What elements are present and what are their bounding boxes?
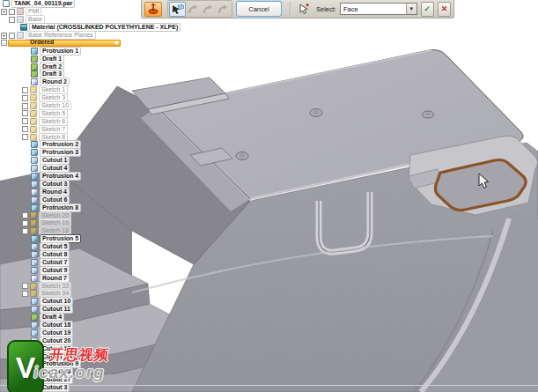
cutout-icon <box>31 196 38 203</box>
tree-item-cutout-15[interactable]: Cutout 15 <box>0 344 203 352</box>
tree-item-cutout-9[interactable]: Cutout 9 <box>0 266 203 274</box>
tree-item-protrusion-2[interactable]: Protrusion 2 <box>0 141 203 149</box>
tree-item-cutout-20[interactable]: Cutout 20 <box>0 337 203 344</box>
tree-item-protrusion-3[interactable]: Protrusion 3 <box>0 149 203 157</box>
cancel-button[interactable]: Cancel <box>236 1 283 17</box>
checkbox-box <box>9 17 15 23</box>
tree-item-protrusion-9[interactable]: Protrusion 9 <box>0 360 203 368</box>
checkbox-box <box>22 95 28 101</box>
tree-item-draft-4[interactable]: Draft 4 <box>0 314 203 322</box>
protrusion-icon <box>31 48 38 55</box>
visibility-checkbox[interactable] <box>21 283 29 289</box>
draft-icon <box>31 63 38 70</box>
visibility-checkbox[interactable] <box>21 103 29 109</box>
tree-item-cutout-19[interactable]: Cutout 19 <box>0 329 203 337</box>
visibility-checkbox[interactable] <box>21 110 29 116</box>
tree-item-round-2[interactable]: Round 2 <box>0 78 203 86</box>
visibility-checkbox[interactable] <box>21 95 29 101</box>
protrusion-icon <box>31 235 38 242</box>
visibility-checkbox[interactable] <box>21 212 29 218</box>
pointer-icon <box>297 3 310 15</box>
chevron-down-icon[interactable]: ▼ <box>406 4 416 14</box>
tree-item-cutout-18[interactable]: Cutout 18 <box>0 322 203 329</box>
tree-item-sketch-7[interactable]: Sketch 7 <box>0 125 203 133</box>
cutout-icon <box>31 251 38 258</box>
sketch-icon <box>30 290 37 297</box>
pathfinder-panel: TANK_04_00119.par+PMIBaseMaterial (CROSS… <box>0 0 203 392</box>
tree-item-draft-2[interactable]: Draft 2 <box>0 63 203 70</box>
tree-item-round-4[interactable]: Round 4 <box>0 188 203 196</box>
protrusion-icon <box>31 149 38 156</box>
select-type-dropdown[interactable]: Face ▼ <box>340 3 417 15</box>
tree-item-draft-1[interactable]: Draft 1 <box>0 55 203 63</box>
visibility-checkbox[interactable] <box>21 291 29 297</box>
tree-item-cutout-26[interactable]: Cutout 26 <box>0 368 203 376</box>
cutout-icon <box>31 368 38 375</box>
tree-item-cutout-3[interactable]: Cutout 3 <box>0 384 203 392</box>
tree-item-protrusion-8[interactable]: Protrusion 8 <box>0 203 203 211</box>
tree-item-sketch-10[interactable]: Sketch 10 <box>0 102 203 110</box>
tree-item-sketch-3[interactable]: Sketch 3 <box>0 94 203 102</box>
expand-toggle[interactable]: + <box>0 9 8 15</box>
tree-item-sketch-20[interactable]: Sketch 20 <box>0 211 203 219</box>
refplanes-icon <box>17 32 24 39</box>
tree-item-cutout-10[interactable]: Cutout 10 <box>0 298 203 306</box>
tree-item-base-reference-planes[interactable]: +Base Reference Planes <box>0 32 203 40</box>
smart-select-button[interactable] <box>295 2 311 17</box>
cutout-icon <box>31 306 38 313</box>
draft-icon <box>31 70 38 78</box>
round-icon <box>31 275 38 282</box>
cutout-icon <box>31 259 38 266</box>
sketch-icon <box>30 227 37 234</box>
expand-toggle[interactable]: - <box>0 40 8 46</box>
redo-step-button[interactable] <box>201 3 216 16</box>
tree-item-cutout-5[interactable]: Cutout 5 <box>0 243 203 251</box>
tree-item-draft-3[interactable]: Draft 3 <box>0 70 203 78</box>
repeat-step-button[interactable] <box>216 3 231 16</box>
tree-item-sketch-18[interactable]: Sketch 18 <box>0 227 203 235</box>
close-button[interactable]: ✕ <box>438 2 451 17</box>
tree-item-cutout-8[interactable]: Cutout 8 <box>0 251 203 259</box>
tree-item-sketch-8[interactable]: Sketch 8 <box>0 133 203 141</box>
tree-item-label: Cutout 3 <box>40 383 70 392</box>
tree-item-protrusion-5[interactable]: Protrusion 5 <box>0 235 203 243</box>
tree-item-cutout-4[interactable]: Cutout 4 <box>0 165 203 173</box>
tree-item-ordered[interactable]: -Ordered◀ <box>0 39 203 47</box>
tree-item-cutout-6[interactable]: Cutout 6 <box>0 196 203 203</box>
tree-item-cutout-24[interactable]: Cutout 24 <box>0 352 203 360</box>
tree-item-round-7[interactable]: Round 7 <box>0 274 203 282</box>
visibility-checkbox[interactable] <box>21 126 29 132</box>
visibility-checkbox[interactable] <box>21 118 29 124</box>
tree-item-sketch-1[interactable]: Sketch 1 <box>0 86 203 94</box>
visibility-checkbox[interactable] <box>21 220 29 226</box>
expand-toggle[interactable]: + <box>0 33 8 39</box>
tree-item-sketch-34[interactable]: Sketch 34 <box>0 290 203 298</box>
visibility-checkbox[interactable] <box>8 33 16 39</box>
tree-item-cutout-7[interactable]: Cutout 7 <box>0 258 203 266</box>
visibility-checkbox[interactable] <box>21 87 29 93</box>
tree-item-sketch-5[interactable]: Sketch 5 <box>0 109 203 117</box>
tree-item-sketch-6[interactable]: Sketch 6 <box>0 117 203 125</box>
collapse-arrow-icon[interactable]: ◀ <box>114 39 120 47</box>
checkbox-box <box>22 220 28 226</box>
curve-arrow-icon <box>202 4 214 15</box>
visibility-checkbox[interactable] <box>8 9 16 15</box>
tree-item-sketch-33[interactable]: Sketch 33 <box>0 282 203 290</box>
visibility-checkbox[interactable] <box>8 17 16 23</box>
protrusion-icon <box>31 173 38 180</box>
material-icon <box>20 24 27 31</box>
tree-item-cutout-11[interactable]: Cutout 11 <box>0 306 203 314</box>
tree-item-protrusion-4[interactable]: Protrusion 4 <box>0 173 203 181</box>
visibility-checkbox[interactable] <box>21 134 29 140</box>
accept-button[interactable]: ✓ <box>421 2 434 17</box>
checkbox-box <box>22 134 28 140</box>
cutout-icon <box>31 329 38 337</box>
tree-item-cutout-27[interactable]: Cutout 27 <box>0 376 203 384</box>
cutout-icon <box>31 322 38 329</box>
tree-item-protrusion-1[interactable]: Protrusion 1 <box>0 47 203 55</box>
visibility-checkbox[interactable] <box>21 228 29 234</box>
tree-item-cutout-1[interactable]: Cutout 1 <box>0 157 203 165</box>
tree-item-cutout-3[interactable]: Cutout 3 <box>0 180 203 188</box>
ordered-group-bar[interactable]: Ordered◀ <box>8 40 121 47</box>
tree-item-sketch-16[interactable]: Sketch 16 <box>0 219 203 227</box>
